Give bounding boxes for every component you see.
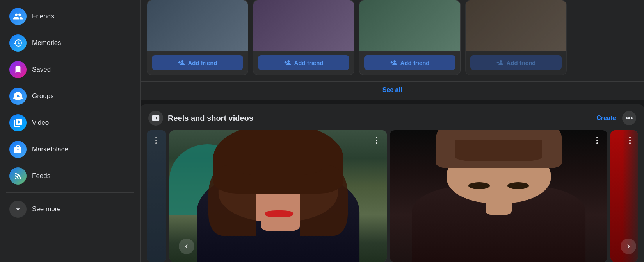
add-friend-icon-3 <box>390 59 397 66</box>
add-friend-card-4: Add friend <box>465 0 567 75</box>
friends-svg <box>13 11 23 22</box>
reels-more-button[interactable]: ••• <box>622 111 636 125</box>
reel-card-1[interactable] <box>169 130 387 262</box>
chevron-down-icon <box>14 205 22 214</box>
saved-icon <box>9 61 27 78</box>
sidebar-item-video[interactable]: Video <box>3 110 137 135</box>
reel-menu-2[interactable] <box>591 134 603 147</box>
reel-menu-1[interactable] <box>370 134 383 147</box>
video-label: Video <box>32 119 49 127</box>
sidebar-divider <box>6 192 134 193</box>
reel-nav-prev[interactable] <box>179 239 194 254</box>
feeds-label: Feeds <box>32 172 50 180</box>
reels-icon <box>151 114 160 122</box>
reels-create-button[interactable]: Create <box>596 115 616 122</box>
sidebar: Friends Memories Saved Groups <box>0 0 141 262</box>
sidebar-item-feeds[interactable]: Feeds <box>3 163 137 188</box>
reels-icon-bg <box>148 111 163 126</box>
add-friend-card-1: Add friend <box>147 0 248 75</box>
sidebar-item-marketplace[interactable]: Marketplace <box>3 137 137 162</box>
saved-label: Saved <box>32 66 51 74</box>
friend-avatar-2 <box>253 0 354 51</box>
svg-point-1 <box>152 116 153 117</box>
sidebar-item-friends[interactable]: Friends <box>3 4 137 29</box>
video-icon <box>9 114 27 131</box>
reels-title-group: Reels and short videos <box>148 111 253 126</box>
reel-thumb-left <box>147 130 166 262</box>
reel-thumb-2 <box>390 130 607 262</box>
friend-avatar-1 <box>147 0 248 51</box>
add-friend-button-1[interactable]: Add friend <box>152 55 243 70</box>
marketplace-label: Marketplace <box>32 145 68 153</box>
main-content: Add friend Add friend Add friend <box>141 0 644 262</box>
friends-label: Friends <box>32 13 54 20</box>
marketplace-icon <box>9 141 27 158</box>
feeds-icon <box>9 167 27 185</box>
add-friend-icon-1 <box>178 59 185 66</box>
friends-icon <box>9 8 27 25</box>
reel-menu-left[interactable] <box>150 134 162 147</box>
groups-label: Groups <box>32 92 54 100</box>
reels-header: Reels and short videos Create ••• <box>141 104 644 130</box>
add-friend-button-4[interactable]: Add friend <box>470 55 562 70</box>
friend-avatar-4 <box>466 0 566 51</box>
sidebar-item-memories[interactable]: Memories <box>3 31 137 56</box>
add-friend-card-2: Add friend <box>253 0 354 75</box>
reel-nav-next[interactable] <box>621 239 636 254</box>
sidebar-item-groups[interactable]: Groups <box>3 84 137 109</box>
reels-actions: Create ••• <box>596 111 636 125</box>
groups-icon <box>9 88 27 105</box>
reels-section: Reels and short videos Create ••• <box>141 104 644 262</box>
reel-card-partial-left[interactable] <box>147 130 166 262</box>
groups-svg <box>13 91 23 101</box>
seemore-icon <box>9 201 27 218</box>
seemore-label: See more <box>32 205 61 213</box>
reel-card-partial-right[interactable] <box>610 130 638 262</box>
svg-point-0 <box>153 116 155 117</box>
sidebar-item-seemore[interactable]: See more <box>3 197 137 222</box>
sidebar-item-saved[interactable]: Saved <box>3 57 137 82</box>
add-friend-icon-2 <box>284 59 291 66</box>
see-all-link[interactable]: See all <box>382 86 402 93</box>
marketplace-svg <box>13 145 23 154</box>
memories-svg <box>13 38 23 48</box>
see-all-row: See all <box>141 82 644 100</box>
reels-grid <box>141 130 644 262</box>
video-svg <box>13 118 23 127</box>
reel-thumb-1 <box>169 130 387 262</box>
add-friend-row: Add friend Add friend Add friend <box>141 0 644 82</box>
friend-avatar-3 <box>359 0 460 51</box>
chevron-right-icon <box>624 242 632 250</box>
memories-icon <box>9 34 27 52</box>
reels-title: Reels and short videos <box>168 114 253 123</box>
add-friend-icon-4 <box>496 59 503 66</box>
chevron-left-icon <box>183 242 190 250</box>
memories-label: Memories <box>32 39 61 47</box>
reel-menu-right[interactable] <box>624 134 636 147</box>
more-dots-icon: ••• <box>626 114 633 122</box>
feeds-svg <box>13 171 23 181</box>
add-friend-card-3: Add friend <box>359 0 461 75</box>
add-friend-button-2[interactable]: Add friend <box>258 55 349 70</box>
add-friend-button-3[interactable]: Add friend <box>364 55 455 70</box>
reel-card-2[interactable] <box>390 130 607 262</box>
saved-svg <box>14 65 22 74</box>
